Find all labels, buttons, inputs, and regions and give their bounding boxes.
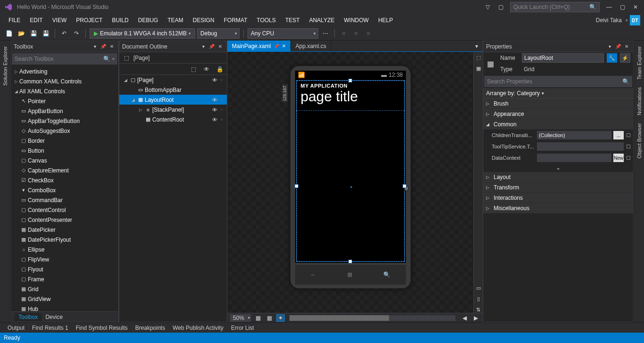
new-project-button[interactable]: 📄 [4, 28, 14, 39]
split-vertical-icon[interactable]: ▯ [477, 296, 480, 302]
save-button[interactable]: 💾 [28, 28, 39, 39]
toolbox-item[interactable]: ▢Flyout [11, 264, 118, 274]
outline-row[interactable]: ◢▦LayoutRoot👁○ [119, 95, 227, 105]
notification-flag-icon[interactable]: ▽ [481, 2, 494, 12]
toolbox-item[interactable]: ▦Grid [11, 284, 118, 294]
device-tab[interactable]: Device [41, 313, 66, 321]
grid-toggle-icon[interactable]: ▦ [254, 314, 262, 322]
run-debug-button[interactable]: ▶ Emulator 8.1 WVGA 4 inch 512MB ▾ [90, 28, 195, 39]
name-input[interactable]: LayoutRoot [522, 53, 604, 63]
menu-analyze[interactable]: ANALYZE [305, 15, 339, 25]
toolbox-item[interactable]: ◇CaptureElement [11, 165, 118, 175]
toolbox-item[interactable]: ▢FlipView [11, 254, 118, 264]
toolbox-item[interactable]: ▢Canvas [11, 155, 118, 165]
horizontal-scrollbar[interactable] [289, 315, 455, 321]
category-interactions[interactable]: ▷Interactions [483, 193, 633, 203]
output-tab[interactable]: Web Publish Activity [169, 324, 227, 332]
toolbar-extra-button[interactable]: ⋯ [320, 28, 330, 39]
toolbox-group[interactable]: ◢All XAML Controls [11, 86, 118, 96]
toolbox-item[interactable]: ▭CommandBar [11, 195, 118, 205]
tab-mainpage-xaml[interactable]: MainPage.xaml 📌 ✕ [227, 41, 291, 51]
category-transform[interactable]: ▷Transform [483, 182, 633, 193]
toolbox-item[interactable]: ▦Hub [11, 304, 118, 311]
snaplines-toggle-icon[interactable]: ✦ [276, 314, 285, 322]
user-avatar[interactable]: DT [630, 15, 640, 25]
collapse-icon[interactable]: ⬚ [122, 54, 131, 62]
outdent-button[interactable]: ≡ [351, 28, 361, 39]
menu-team[interactable]: TEAM [163, 15, 188, 25]
notifications-tab[interactable]: Notifications [636, 83, 643, 119]
redo-button[interactable]: ↷ [71, 28, 82, 39]
menu-design[interactable]: DESIGN [188, 15, 219, 25]
outline-row[interactable]: ▷≡[StackPanel]👁○ [119, 105, 227, 114]
toolbox-item[interactable]: ▦DatePickerFlyout [11, 235, 118, 245]
minimize-button[interactable]: — [603, 2, 616, 12]
feedback-icon[interactable]: ▢ [494, 2, 507, 12]
toolbox-item[interactable]: ▢Frame [11, 274, 118, 284]
category-layout[interactable]: ▷Layout [483, 172, 633, 182]
menu-build[interactable]: BUILD [107, 15, 133, 25]
pin-icon[interactable]: 📌 [208, 43, 215, 50]
grid-tool-icon[interactable]: ▦ [476, 65, 481, 72]
user-name[interactable]: Deivi Taka [596, 17, 622, 24]
toolbox-item[interactable]: ▢Border [11, 136, 118, 146]
toolbox-tab[interactable]: Toolbox [15, 313, 41, 321]
toolbox-item[interactable]: ▢ContentControl [11, 205, 118, 215]
zoom-combo[interactable]: 50% [230, 314, 251, 322]
close-icon[interactable]: ✕ [282, 43, 286, 49]
toolbox-item[interactable]: ▢ContentPresenter [11, 215, 118, 225]
category-brush[interactable]: ▷Brush [483, 98, 633, 109]
category-miscellaneous[interactable]: ▷Miscellaneous [483, 203, 633, 213]
close-icon[interactable]: ✕ [216, 43, 224, 50]
save-all-button[interactable]: 💾 [41, 28, 51, 39]
panel-dropdown-icon[interactable]: ▾ [606, 43, 613, 50]
snap-toggle-icon[interactable]: ▦ [265, 314, 273, 322]
solution-explorer-tab[interactable]: Solution Explorer [1, 42, 9, 90]
toolbox-item[interactable]: ▾ComboBox [11, 185, 118, 195]
toolbox-item[interactable]: ▦DatePicker [11, 225, 118, 235]
split-horizontal-icon[interactable]: ▭ [476, 285, 481, 291]
pin-icon[interactable]: 📌 [274, 44, 279, 49]
output-tab[interactable]: Error List [227, 324, 258, 332]
toolbox-item[interactable]: ☑CheckBox [11, 175, 118, 185]
menu-view[interactable]: VIEW [48, 15, 72, 25]
events-lightning-button[interactable]: ⚡ [620, 53, 630, 63]
output-tab[interactable]: Output [4, 324, 28, 332]
output-tab[interactable]: Find Results 1 [28, 324, 72, 332]
config-combo[interactable]: Debug [197, 28, 239, 39]
toolbox-item[interactable]: ▭Button [11, 146, 118, 155]
lock-icon[interactable]: 🔒 [215, 65, 224, 74]
property-field[interactable]: DataContextNew [483, 152, 633, 163]
scroll-left-icon[interactable]: ◀ [460, 314, 469, 322]
outline-tool-1[interactable]: ⬚ [189, 65, 198, 74]
output-tab[interactable]: Find Symbol Results [72, 324, 132, 332]
menu-edit[interactable]: EDIT [25, 15, 47, 25]
tab-app-xaml-cs[interactable]: App.xaml.cs [291, 41, 331, 51]
expand-more-icon[interactable]: ⌄ [483, 163, 633, 172]
arrange-by-button[interactable]: Arrange by: Category▾ [483, 88, 633, 98]
toolbox-item[interactable]: ▦GridView [11, 294, 118, 304]
toolbox-item[interactable]: ◇AutoSuggestBox [11, 126, 118, 136]
menu-window[interactable]: WINDOW [339, 15, 373, 25]
outline-row[interactable]: ▦ContentRoot👁○ [119, 114, 227, 124]
team-explorer-tab[interactable]: Team Explorer [636, 42, 643, 83]
swap-panes-icon[interactable]: ⇅ [476, 307, 480, 313]
pin-icon[interactable]: 📌 [614, 43, 622, 50]
content-root[interactable]: 0 [297, 111, 405, 261]
toolbox-group[interactable]: ▷Advertising [11, 66, 118, 76]
object-browser-tab[interactable]: Object Browser [636, 119, 643, 162]
panel-dropdown-icon[interactable]: ▾ [199, 43, 207, 50]
open-button[interactable]: 📂 [16, 28, 26, 39]
app-header[interactable]: MY APPLICATION page title [297, 81, 405, 111]
category-appearance[interactable]: ▷Appearance [483, 109, 633, 119]
properties-search-input[interactable]: Search Properties 🔍 [484, 76, 632, 87]
menu-debug[interactable]: DEBUG [133, 15, 163, 25]
tabs-dropdown-icon[interactable]: ▾ [471, 41, 483, 51]
close-button[interactable]: ✕ [629, 2, 642, 12]
output-tab[interactable]: Breakpoints [132, 324, 169, 332]
maximize-button[interactable]: ▢ [616, 2, 629, 12]
panel-dropdown-icon[interactable]: ▾ [91, 43, 99, 50]
comment-button[interactable]: ≡ [363, 28, 373, 39]
property-field[interactable]: ChildrenTransiti...(Collection)... [483, 130, 633, 141]
platform-combo[interactable]: Any CPU [248, 28, 318, 39]
